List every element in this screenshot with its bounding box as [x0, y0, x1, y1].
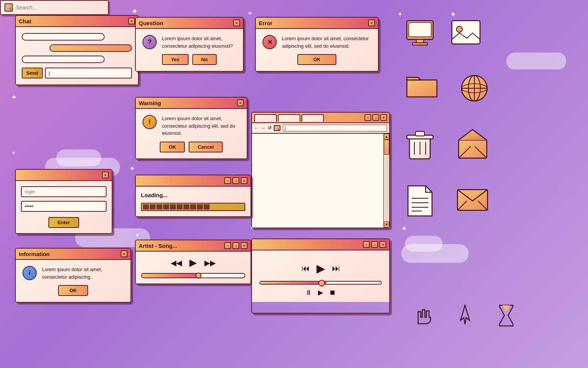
media-controls-large: ⏮ ▶ ⏭	[260, 254, 382, 275]
cloud-2	[56, 149, 101, 166]
sparkle-1: ✦	[131, 8, 138, 16]
music-small-minimize-button[interactable]: −	[224, 242, 231, 249]
question-close-button[interactable]: ×	[233, 20, 240, 26]
rewind-button[interactable]: ◀◀	[171, 258, 182, 267]
music-small-maximize-button[interactable]: □	[232, 242, 239, 249]
volume-bar	[260, 281, 382, 285]
image-icon	[450, 19, 484, 49]
fastforward-button[interactable]: ▶▶	[204, 258, 216, 267]
password-field[interactable]	[21, 201, 106, 212]
info-close-button[interactable]: ×	[121, 250, 128, 257]
music-progress-thumb[interactable]	[195, 273, 201, 279]
question-controls: ×	[233, 20, 240, 26]
browser-tab-3[interactable]	[302, 114, 324, 122]
address-bar[interactable]	[283, 125, 387, 131]
monitor-icon	[405, 19, 439, 49]
info-icon: i	[22, 266, 37, 280]
info-title: Information	[19, 251, 50, 257]
warning-controls: ×	[237, 100, 244, 106]
music-large-maximize-button[interactable]: □	[371, 241, 378, 248]
music-large-body: ⏮ ▶ ⏭ ⏸ ▶ ⏹	[252, 250, 389, 302]
loading-minimize-button[interactable]: −	[224, 177, 231, 184]
warning-window: Warning × ! Lorem ipsum dolor sit amet, …	[135, 97, 248, 159]
question-yes-button[interactable]: Yes	[162, 54, 188, 65]
sparkle-8: ✦	[450, 11, 456, 18]
seg-2	[150, 204, 156, 210]
loading-bar	[141, 203, 245, 211]
login-close-button[interactable]: ×	[102, 172, 109, 178]
play2-button[interactable]: ▶	[318, 288, 323, 297]
chat-bubble-1	[22, 33, 105, 41]
skip-forward-button[interactable]: ⏭	[332, 264, 340, 273]
cloud-5	[405, 236, 442, 252]
browser-tab-1[interactable]	[254, 114, 277, 122]
play-button[interactable]: ▶	[189, 257, 197, 268]
sparkle-4: ✦	[11, 150, 16, 155]
error-controls: ×	[368, 20, 375, 26]
play-large-button[interactable]: ▶	[316, 262, 325, 275]
search-input[interactable]	[16, 5, 104, 11]
enter-button[interactable]: Enter	[48, 217, 79, 228]
error-close-button[interactable]: ×	[368, 20, 375, 26]
folder-icon	[405, 71, 439, 101]
stop-button[interactable]: ⏹	[329, 289, 336, 297]
globe-icon	[458, 73, 491, 103]
skip-back-button[interactable]: ⏮	[302, 264, 310, 273]
browser-tabs: − □ ×	[252, 113, 389, 123]
sparkle-5: ✦	[129, 165, 135, 172]
nav-back-button[interactable]: ←	[254, 125, 259, 131]
svg-point-5	[456, 26, 462, 32]
browser-minimize-button[interactable]: −	[364, 114, 371, 121]
chat-input-row: Send	[22, 68, 132, 78]
svg-rect-1	[409, 23, 431, 37]
sparkle-9: ✦	[401, 225, 407, 232]
warning-close-button[interactable]: ×	[237, 100, 244, 106]
question-title: Question	[139, 20, 163, 26]
chat-close-button[interactable]: ×	[128, 18, 135, 24]
chat-controls: ×	[128, 18, 135, 24]
loading-window: − □ × Loading...	[135, 175, 251, 217]
warning-buttons: OK Cancel	[142, 142, 240, 152]
login-field[interactable]	[21, 186, 106, 197]
globe-icon-container	[458, 73, 491, 103]
arrow-cursor-icon	[454, 303, 476, 329]
browser-close-button[interactable]: ×	[380, 114, 387, 121]
envelope-icon-container	[456, 184, 489, 214]
info-titlebar: Information ×	[16, 249, 130, 260]
warning-text: Lorem ipsum dolor sit amet, consectetur …	[162, 115, 240, 137]
svg-rect-4	[452, 21, 480, 44]
seg-4	[163, 204, 169, 210]
music-large-close-button[interactable]: ×	[380, 241, 386, 248]
browser-scrollbar[interactable]: ▲ ▼	[383, 134, 389, 228]
browser-tab-2[interactable]	[278, 114, 300, 122]
chat-body: Send	[16, 27, 138, 84]
pause-button[interactable]: ⏸	[305, 289, 312, 297]
scroll-down-button[interactable]: ▼	[384, 222, 389, 228]
login-controls: ×	[102, 172, 109, 178]
error-ok-button[interactable]: OK	[297, 54, 336, 65]
send-button[interactable]: Send	[22, 68, 43, 78]
music-large-minimize-button[interactable]: −	[363, 241, 370, 248]
loading-close-button[interactable]: ×	[241, 177, 248, 184]
nav-forward-button[interactable]: →	[261, 125, 266, 131]
question-no-button[interactable]: No	[192, 54, 217, 65]
nav-refresh-button[interactable]: ↺	[268, 125, 272, 131]
music-small-close-button[interactable]: ×	[241, 242, 248, 249]
chat-titlebar: Chat ×	[16, 16, 138, 27]
chat-input[interactable]	[45, 68, 132, 78]
music-small-controls-row: ◀◀ ▶ ▶▶	[141, 257, 245, 268]
loading-maximize-button[interactable]: □	[232, 177, 239, 184]
warning-icon: !	[142, 115, 157, 129]
scroll-thumb[interactable]	[384, 140, 389, 155]
scroll-up-button[interactable]: ▲	[384, 134, 389, 140]
loading-titlebar: − □ ×	[136, 175, 250, 187]
browser-maximize-button[interactable]: □	[372, 114, 379, 121]
info-ok-button[interactable]: OK	[58, 285, 88, 296]
mail-open-icon-container	[456, 126, 489, 160]
warning-ok-button[interactable]: OK	[160, 142, 185, 152]
login-body: Enter	[16, 181, 112, 233]
seg-6	[177, 204, 183, 210]
volume-thumb[interactable]	[318, 280, 325, 287]
info-content: i Lorem ipsum dolor sit amet, consectetu…	[22, 266, 124, 281]
warning-cancel-button[interactable]: Cancel	[189, 142, 223, 152]
